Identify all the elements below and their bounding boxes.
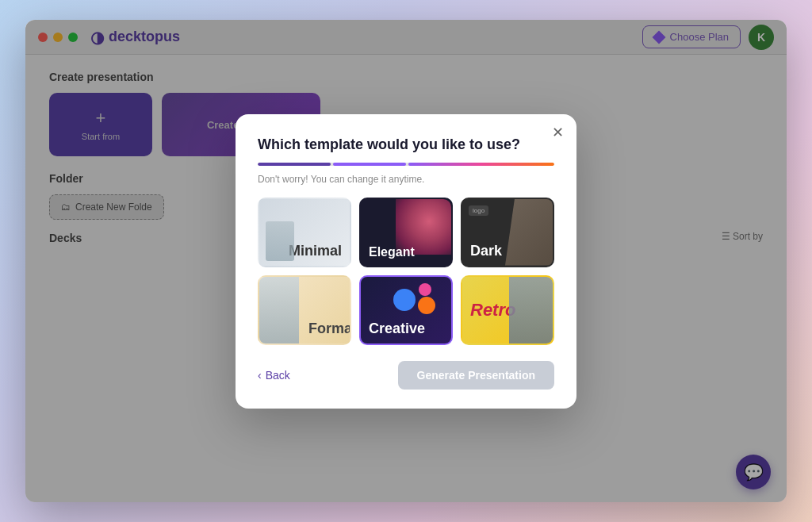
creative-dot-blue xyxy=(393,289,416,311)
modal-footer: ‹ Back Generate Presentation xyxy=(258,361,554,390)
creative-dot-pink xyxy=(419,283,431,296)
modal-title: Which template would you like to use? xyxy=(258,136,554,153)
back-chevron-icon: ‹ xyxy=(258,369,262,382)
dark-statue xyxy=(505,199,553,266)
template-selection-modal: ✕ Which template would you like to use? … xyxy=(236,114,576,409)
close-modal-button[interactable]: ✕ xyxy=(552,125,564,140)
progress-segment-3 xyxy=(408,163,554,166)
modal-overlay: ✕ Which template would you like to use? … xyxy=(25,20,787,502)
generate-label: Generate Presentation xyxy=(417,369,535,382)
template-card-elegant[interactable]: Elegant xyxy=(359,198,453,267)
creative-dot-orange xyxy=(418,297,435,314)
template-card-creative[interactable]: Creative xyxy=(359,275,453,345)
minimal-label: Minimal xyxy=(289,243,342,259)
dark-logo: logo xyxy=(469,205,488,216)
formal-image xyxy=(259,277,299,344)
retro-image xyxy=(509,277,553,344)
modal-subtitle: Don't worry! You can change it anytime. xyxy=(258,174,554,185)
generate-presentation-button[interactable]: Generate Presentation xyxy=(398,361,554,390)
app-window: ◑ decktopus Choose Plan K Create present… xyxy=(25,20,787,502)
elegant-label: Elegant xyxy=(369,245,415,259)
template-card-formal[interactable]: Formal xyxy=(258,275,351,345)
back-button[interactable]: ‹ Back xyxy=(258,369,290,382)
dark-label: Dark xyxy=(470,243,502,259)
progress-segment-2 xyxy=(333,163,406,166)
creative-label: Creative xyxy=(369,320,425,337)
progress-segment-1 xyxy=(258,163,331,166)
progress-bar xyxy=(258,163,554,166)
minimal-bg-image xyxy=(266,221,294,261)
formal-label: Formal xyxy=(308,320,351,337)
templates-grid: Minimal Elegant logo Dark Formal xyxy=(258,198,554,345)
template-card-minimal[interactable]: Minimal xyxy=(258,198,351,267)
template-card-dark[interactable]: logo Dark xyxy=(461,198,554,267)
back-label: Back xyxy=(266,369,290,382)
template-card-retro[interactable]: Retro xyxy=(461,275,554,345)
